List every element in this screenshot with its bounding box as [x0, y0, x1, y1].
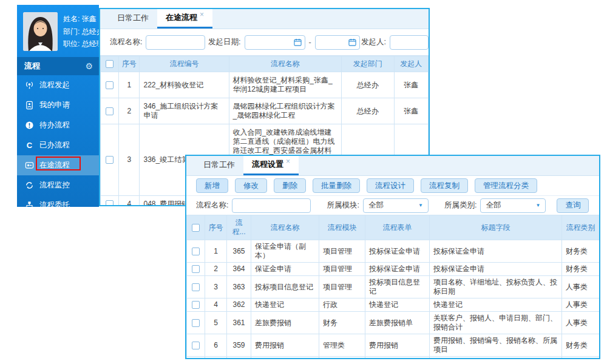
row-checkbox[interactable] [192, 265, 200, 273]
col-header: 标题字段 [430, 215, 562, 240]
sidebar-item-inprogress-processes[interactable]: 在途流程 [17, 155, 99, 175]
route-icon [25, 161, 34, 170]
window2-table: 序号 流程... 流程名称 流程模块 流程表单 标题字段 流程类别 1 365 [186, 215, 599, 359]
id-card-icon [25, 101, 34, 110]
category-select-value: 全部 [486, 200, 501, 211]
table-row: 3 363 投标项目信息登记 项目管理 投标项目信息登记 项目名称、详细地址、投… [187, 276, 600, 298]
date-range-separator: - [309, 38, 311, 47]
gear-icon[interactable]: ⚙ [85, 61, 93, 71]
sidebar-section-title: 流程 [24, 61, 40, 72]
process-name-label: 流程名称: [110, 37, 142, 47]
table-header-row: 序号 流程编号 流程名称 发起部门 发起人 [101, 56, 429, 72]
sidebar-menu: 流程发起 我的申请 待办流程 C 已办流程 [17, 75, 99, 207]
col-header: 流程名称 [251, 215, 319, 240]
module-label: 所属模块: [327, 200, 359, 211]
tab-inprogress-processes[interactable]: 在途流程× [157, 8, 212, 29]
user-position: 职位: 总经理 [63, 39, 99, 49]
row-checkbox[interactable] [192, 342, 200, 349]
initiator-label: 发起人: [361, 37, 386, 47]
col-header: 流程类别 [562, 215, 600, 240]
org-chart-icon [25, 201, 34, 207]
window2-tabbar: 日常工作 流程设置× [186, 156, 599, 176]
sidebar-item-label: 流程监控 [39, 180, 70, 190]
add-button[interactable]: 新增 [196, 178, 228, 193]
row-checkbox[interactable] [106, 81, 114, 89]
process-copy-button[interactable]: 流程复制 [421, 178, 468, 193]
select-all-checkbox[interactable] [106, 60, 114, 68]
sidebar: 姓名: 张鑫 部门: 总经办 职位: 总经理 流程 ⚙ 流程发起 我的申请 [17, 5, 99, 207]
window-process-settings: 日常工作 流程设置× 新增 修改 删除 批量删除 流程设计 流程复制 管理流程分… [185, 155, 600, 359]
manage-category-button[interactable]: 管理流程分类 [475, 178, 537, 193]
redo-c-icon: C [25, 141, 34, 150]
tab-daily-work[interactable]: 日常工作 [195, 155, 243, 175]
table-header-row: 序号 流程... 流程名称 流程模块 流程表单 标题字段 流程类别 [187, 215, 600, 240]
batch-delete-button[interactable]: 批量删除 [313, 178, 360, 193]
row-checkbox[interactable] [106, 107, 114, 115]
edit-button[interactable]: 修改 [235, 178, 267, 193]
search-button[interactable]: 查询 [557, 198, 589, 213]
table-row: 1 222_材料验收登记 材料验收登记_材料采购_张鑫_华润12城房建工程项目 … [101, 72, 429, 98]
process-name-label: 流程名称: [196, 200, 228, 211]
col-header: 流程模块 [319, 215, 365, 240]
sidebar-item-label: 在途流程 [39, 160, 70, 170]
table-row: 2 346_施工组织设计方案申请 晟铭园林绿化工程组织设计方案_晟铭园林绿化工程… [101, 98, 429, 124]
sidebar-item-label: 流程委托 [39, 200, 70, 207]
calendar-icon[interactable] [348, 38, 356, 46]
col-header: 流程表单 [365, 215, 430, 240]
chevron-down-icon: ▼ [536, 203, 541, 208]
chevron-down-icon: ▼ [418, 203, 423, 208]
select-all-checkbox-cell [101, 56, 119, 72]
table-row: 1 365 保证金申请（副本） 项目管理 投标保证金申请 投标保证金申请 财务类 [187, 240, 600, 263]
col-header: 序号 [205, 215, 227, 240]
col-header: 流程... [227, 215, 251, 240]
window2-toolbar: 新增 修改 删除 批量删除 流程设计 流程复制 管理流程分类 [186, 176, 599, 196]
process-name-input[interactable] [232, 198, 311, 213]
row-checkbox[interactable] [192, 319, 200, 327]
tab-process-settings[interactable]: 流程设置× [243, 155, 299, 175]
module-select-value: 全部 [368, 200, 384, 211]
sidebar-item-process-monitor[interactable]: 流程监控 [17, 175, 99, 195]
sync-icon [25, 181, 34, 190]
row-checkbox[interactable] [106, 156, 114, 164]
portrait-photo [23, 12, 58, 51]
module-select[interactable]: 全部 ▼ [363, 198, 429, 213]
window1-filter-row: 流程名称: 发起日期: - 发起人: [100, 29, 429, 55]
avatar [23, 12, 58, 51]
row-checkbox[interactable] [106, 200, 114, 206]
window1-tabbar: 日常工作 在途流程× [100, 9, 429, 29]
table-row: 7 358 项目线索 项目管理 项目线索备案 详细地址 人事类 [187, 357, 600, 360]
sidebar-item-label: 待办流程 [39, 120, 70, 130]
row-checkbox[interactable] [192, 283, 200, 291]
process-name-input[interactable] [146, 35, 205, 50]
sidebar-item-process-delegate[interactable]: 流程委托 [17, 195, 99, 207]
calendar-icon[interactable] [294, 38, 302, 46]
start-date-label: 发起日期: [208, 37, 240, 47]
sidebar-item-my-applications[interactable]: 我的申请 [17, 95, 99, 115]
table-row: 5 361 差旅费报销 财务 差旅费报销单 关联客户、报销人、申请日期、部门、报… [187, 312, 600, 334]
screen: 姓名: 张鑫 部门: 总经办 职位: 总经理 流程 ⚙ 流程发起 我的申请 [0, 0, 607, 364]
tab-daily-work[interactable]: 日常工作 [109, 8, 157, 29]
sidebar-section-header: 流程 ⚙ [17, 57, 99, 75]
sidebar-item-done-processes[interactable]: C 已办流程 [17, 135, 99, 155]
sidebar-item-label: 流程发起 [39, 80, 70, 90]
table-row: 4 362 快递登记 行政 快递登记 快递登记 人事类 [187, 298, 600, 312]
user-department: 部门: 总经办 [63, 27, 99, 37]
sidebar-item-label: 我的申请 [39, 100, 70, 110]
close-icon[interactable]: × [200, 10, 204, 19]
row-checkbox[interactable] [192, 301, 200, 309]
start-date-from-field [245, 35, 305, 50]
sidebar-item-process-start[interactable]: 流程发起 [17, 75, 99, 95]
select-all-checkbox-cell [187, 215, 205, 240]
delete-button[interactable]: 删除 [274, 178, 306, 193]
category-label: 所属类别: [444, 200, 476, 211]
close-icon[interactable]: × [286, 157, 290, 166]
process-design-button[interactable]: 流程设计 [367, 178, 414, 193]
user-profile: 姓名: 张鑫 部门: 总经办 职位: 总经理 [17, 5, 99, 57]
row-checkbox[interactable] [192, 248, 200, 255]
col-header: 序号 [119, 56, 140, 72]
category-select[interactable]: 全部 ▼ [480, 198, 546, 213]
select-all-checkbox[interactable] [192, 224, 200, 232]
initiator-input[interactable] [390, 35, 429, 50]
sidebar-item-todo-processes[interactable]: 待办流程 [17, 115, 99, 135]
sidebar-item-label: 已办流程 [39, 140, 70, 150]
